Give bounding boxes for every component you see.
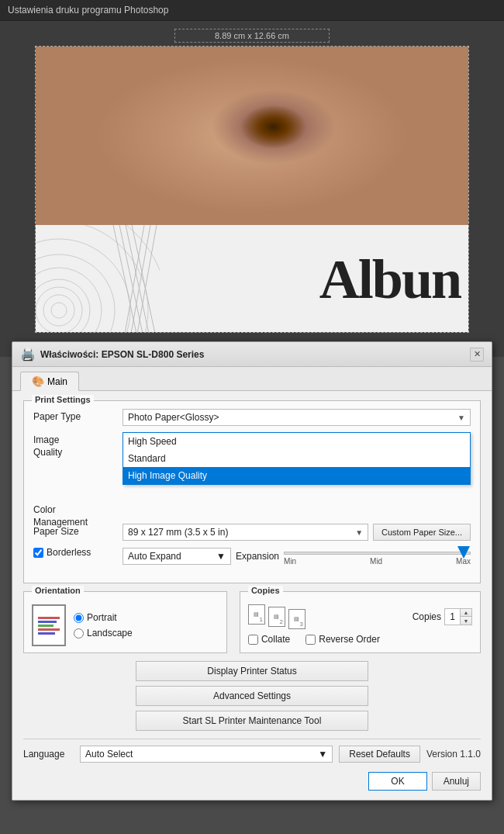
landscape-radio[interactable] bbox=[74, 628, 84, 638]
portrait-radio-label[interactable]: Portrait bbox=[74, 612, 133, 623]
collate-label[interactable]: Collate bbox=[248, 634, 290, 645]
paper-type-dropdown[interactable]: Photo Paper<Glossy> ▼ bbox=[123, 409, 471, 426]
orientation-copies-section: Orientation bbox=[23, 591, 481, 653]
slider-mid-label: Mid bbox=[370, 557, 382, 566]
dialog-titlebar: 🖨️ Właściwości: EPSON SL-D800 Series ✕ bbox=[12, 342, 492, 367]
copies-spinbox: 1 ▲ ▼ bbox=[444, 608, 472, 625]
copies-control: Copies 1 ▲ ▼ bbox=[413, 608, 472, 625]
bottom-buttons: Display Printer Status Advanced Settings… bbox=[23, 661, 481, 731]
copies-box: Copies ▤ 1 ▤ 2 bbox=[240, 591, 481, 653]
slider-thumb[interactable] bbox=[457, 546, 470, 559]
language-arrow-icon: ▼ bbox=[318, 749, 327, 760]
page-line-3 bbox=[38, 625, 54, 627]
photoshop-window: Ustawienia druku programu Photoshop 8.89… bbox=[0, 0, 504, 357]
paper-size-label: Paper Size bbox=[33, 524, 123, 538]
orientation-box-title: Orientation bbox=[32, 586, 84, 595]
photo-top bbox=[36, 47, 468, 225]
photo-container: Albun bbox=[35, 46, 469, 333]
page-line-4 bbox=[38, 628, 60, 631]
svg-point-4 bbox=[36, 268, 102, 333]
ok-button[interactable]: OK bbox=[368, 772, 426, 791]
auto-expand-row: Auto Expand ▼ Expansion Min Mid Max bbox=[123, 547, 471, 566]
paper-size-value: 89 x 127 mm (3.5 x 5 in) bbox=[128, 527, 228, 538]
borderless-checkbox-label[interactable]: Borderless bbox=[33, 547, 123, 558]
portrait-radio[interactable] bbox=[74, 613, 84, 623]
copies-icons: ▤ 1 ▤ 2 ▤ 3 bbox=[248, 604, 306, 629]
page-line-2 bbox=[38, 621, 57, 623]
svg-line-12 bbox=[132, 225, 155, 333]
image-quality-label: ImageQuality bbox=[33, 432, 123, 459]
copy-num-3: 3 bbox=[299, 621, 302, 628]
page-line-1 bbox=[38, 617, 60, 619]
copies-box-title: Copies bbox=[248, 586, 283, 595]
tab-main[interactable]: 🎨 Main bbox=[20, 372, 79, 391]
copy-icon-2: ▤ 2 bbox=[268, 607, 285, 627]
display-printer-status-button[interactable]: Display Printer Status bbox=[136, 661, 368, 681]
dialog-title-text: Właściwości: EPSON SL-D800 Series bbox=[40, 349, 204, 360]
landscape-label-text: Landscape bbox=[87, 628, 133, 638]
reverse-order-checkbox[interactable] bbox=[306, 635, 316, 645]
print-settings-group: Print Settings Paper Type Photo Paper<Gl… bbox=[23, 400, 481, 583]
auto-expand-dropdown[interactable]: Auto Expand ▼ bbox=[123, 548, 231, 565]
copies-field-label: Copies bbox=[413, 611, 441, 622]
auto-expand-arrow-icon: ▼ bbox=[216, 551, 226, 562]
borderless-checkbox[interactable] bbox=[33, 548, 43, 558]
landscape-radio-label[interactable]: Landscape bbox=[74, 628, 133, 638]
custom-paper-size-button[interactable]: Custom Paper Size... bbox=[373, 524, 471, 541]
album-text: Albun bbox=[319, 247, 461, 312]
dialog-titlebar-left: 🖨️ Właściwości: EPSON SL-D800 Series bbox=[20, 347, 204, 362]
language-label: Language bbox=[23, 749, 74, 760]
svg-line-9 bbox=[113, 225, 136, 333]
language-row: Language Auto Select ▼ Reset Defaults Ve… bbox=[23, 739, 481, 763]
copy-icon-3: ▤ 3 bbox=[288, 609, 306, 629]
image-quality-row: ImageQuality High Image Quality ▼ High S… bbox=[33, 432, 471, 459]
copies-increment-button[interactable]: ▲ bbox=[461, 609, 471, 617]
language-value: Auto Select bbox=[85, 749, 133, 760]
page-icon-lines bbox=[35, 614, 63, 638]
version-text: Version 1.1.0 bbox=[426, 749, 481, 760]
quality-option-high-image-quality[interactable]: High Image Quality bbox=[123, 467, 470, 484]
page-portrait-icon bbox=[32, 604, 66, 646]
portrait-label-text: Portrait bbox=[87, 612, 117, 623]
album-text-area: Albun bbox=[160, 247, 468, 312]
reverse-order-label-text: Reverse Order bbox=[319, 634, 380, 645]
dimension-label: 8.89 cm x 12.66 cm bbox=[174, 29, 330, 43]
paper-type-row: Paper Type Photo Paper<Glossy> ▼ bbox=[33, 409, 471, 426]
svg-line-15 bbox=[137, 225, 157, 333]
paper-size-control: 89 x 127 mm (3.5 x 5 in) ▼ Custom Paper … bbox=[123, 524, 471, 541]
collate-checkbox[interactable] bbox=[248, 635, 258, 645]
ok-cancel-row: OK Anuluj bbox=[23, 769, 481, 791]
copies-value: 1 bbox=[445, 611, 460, 622]
slider-track bbox=[284, 552, 471, 555]
start-sl-tool-button[interactable]: Start SL Printer Maintenance Tool bbox=[136, 711, 368, 731]
copies-top: ▤ 1 ▤ 2 ▤ 3 bbox=[248, 604, 472, 629]
dialog-overlay: 🖨️ Właściwości: EPSON SL-D800 Series ✕ 🎨… bbox=[0, 341, 504, 801]
reset-defaults-button[interactable]: Reset Defaults bbox=[339, 746, 420, 763]
dialog-window: 🖨️ Właściwości: EPSON SL-D800 Series ✕ 🎨… bbox=[12, 341, 492, 801]
slider-container: Min Mid Max bbox=[284, 547, 471, 566]
slider-min-label: Min bbox=[284, 557, 296, 566]
cancel-button[interactable]: Anuluj bbox=[432, 772, 481, 791]
printer-icon: 🖨️ bbox=[20, 347, 36, 362]
reverse-order-label[interactable]: Reverse Order bbox=[306, 634, 380, 645]
svg-line-13 bbox=[125, 225, 144, 333]
copies-decrement-button[interactable]: ▼ bbox=[461, 617, 471, 625]
copy-num-2: 2 bbox=[279, 618, 282, 625]
advanced-settings-button[interactable]: Advanced Settings bbox=[136, 686, 368, 706]
orientation-radio-group: Portrait Landscape bbox=[74, 612, 133, 638]
svg-point-1 bbox=[43, 295, 74, 326]
paper-type-value: Photo Paper<Glossy> bbox=[128, 412, 219, 423]
paper-size-dropdown[interactable]: 89 x 127 mm (3.5 x 5 in) ▼ bbox=[123, 524, 368, 541]
spin-arrows: ▲ ▼ bbox=[460, 609, 471, 625]
quality-option-high-speed[interactable]: High Speed bbox=[123, 433, 470, 450]
language-dropdown[interactable]: Auto Select ▼ bbox=[80, 746, 333, 763]
settings-group-label: Print Settings bbox=[32, 395, 94, 404]
svg-line-11 bbox=[126, 225, 149, 333]
paper-type-control: Photo Paper<Glossy> ▼ bbox=[123, 409, 471, 426]
borderless-label-text: Borderless bbox=[47, 547, 91, 558]
svg-point-0 bbox=[51, 303, 67, 318]
close-button[interactable]: ✕ bbox=[470, 348, 484, 362]
paper-type-label: Paper Type bbox=[33, 409, 123, 424]
image-quality-dropdown-wrapper: High Image Quality ▼ High Speed Standard… bbox=[123, 432, 471, 449]
quality-option-standard[interactable]: Standard bbox=[123, 450, 470, 467]
